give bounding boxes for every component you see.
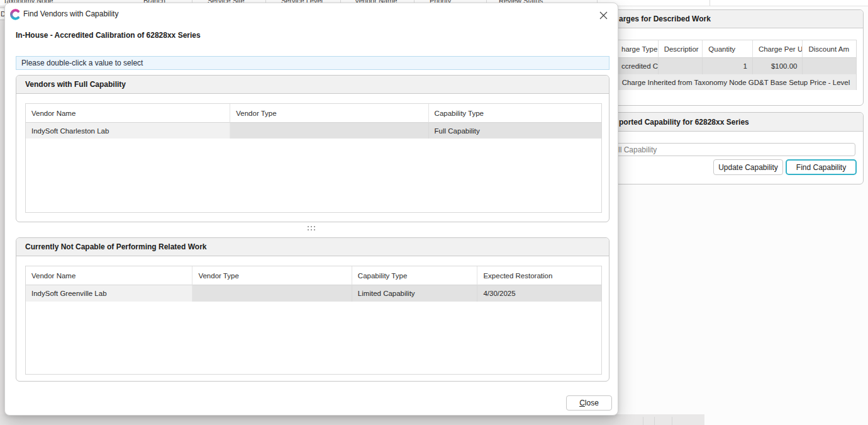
full-capability-group-header: Vendors with Full Capability: [16, 76, 609, 94]
charges-col-header[interactable]: Charge Per U: [753, 40, 803, 58]
charges-row[interactable]: ccredited Ca 1 $100.00: [616, 58, 856, 74]
charges-group-header: arges for Described Work: [606, 10, 863, 28]
capability-group-header: ported Capability for 62828xx Series: [606, 113, 863, 132]
col-header-vendor-name[interactable]: Vendor Name: [26, 266, 192, 285]
table-row[interactable]: IndySoft Greenville Lab Limited Capabili…: [26, 285, 601, 302]
not-capable-groupbox: Currently Not Capable of Performing Rela…: [16, 237, 609, 382]
quantity-cell: 1: [703, 58, 753, 74]
col-header-vendor-type[interactable]: Vendor Type: [192, 266, 352, 285]
charge-type-cell: ccredited Ca: [616, 58, 659, 74]
full-capability-table-header: Vendor Name Vendor Type Capability Type: [26, 104, 601, 123]
not-capable-table: Vendor Name Vendor Type Capability Type …: [25, 266, 602, 375]
not-capable-group-title: Currently Not Capable of Performing Rela…: [25, 242, 207, 251]
capability-type-cell: Limited Capability: [352, 285, 478, 302]
charges-col-header[interactable]: Discount Am: [803, 40, 856, 58]
table-row[interactable]: IndySoft Charleston Lab Full Capability: [26, 123, 601, 139]
vendor-name-cell: IndySoft Greenville Lab: [26, 285, 192, 302]
background-bottom-strip: [0, 414, 704, 425]
find-vendors-dialog: Find Vendors with Capability In-House - …: [4, 3, 618, 416]
charges-col-header[interactable]: harge Type: [616, 40, 659, 58]
capability-group-title: ported Capability for 62828xx Series: [619, 118, 749, 127]
close-button[interactable]: Close: [566, 395, 612, 411]
not-capable-group-header: Currently Not Capable of Performing Rela…: [16, 238, 609, 256]
find-capability-button[interactable]: Find Capability: [786, 159, 857, 175]
expected-restoration-cell: 4/30/2025: [477, 285, 601, 302]
charges-col-header[interactable]: Quantity: [703, 40, 753, 58]
screen: Taxonomy Node Branch Service Site Servic…: [0, 0, 868, 425]
col-header-capability-type[interactable]: Capability Type: [352, 266, 478, 285]
close-icon[interactable]: [594, 7, 613, 23]
col-header-capability-type[interactable]: Capability Type: [429, 104, 601, 123]
charges-group-title: arges for Described Work: [619, 14, 711, 23]
instruction-bar: Please double-click a value to select: [16, 56, 609, 70]
charges-col-header[interactable]: Descriptior: [659, 40, 703, 58]
app-logo-icon: [9, 9, 21, 20]
dialog-subtitle: In-House - Accredited Calibration of 628…: [16, 31, 201, 40]
full-capability-group-title: Vendors with Full Capability: [25, 80, 126, 89]
discount-cell: [803, 58, 856, 74]
not-capable-table-header: Vendor Name Vendor Type Capability Type …: [26, 266, 601, 285]
vendor-name-cell: IndySoft Charleston Lab: [26, 123, 230, 139]
col-header-vendor-type[interactable]: Vendor Type: [230, 104, 428, 123]
close-button-label: Close: [579, 399, 599, 407]
description-cell: [659, 58, 703, 74]
capability-type-cell: Full Capability: [429, 123, 601, 139]
update-capability-button[interactable]: Update Capability: [713, 159, 783, 175]
charges-grid-header: harge Type Descriptior Quantity Charge P…: [616, 40, 856, 58]
charge-per-unit-cell: $100.00: [753, 58, 803, 74]
capability-input[interactable]: ll Capability: [613, 143, 855, 156]
vendor-type-cell: [230, 123, 428, 139]
splitter-handle[interactable]: [308, 226, 318, 231]
charge-inherited-note: Charge Inherited from Taxonomy Node GD&T…: [616, 74, 856, 90]
vendor-type-cell: [192, 285, 352, 302]
col-header-expected-restoration[interactable]: Expected Restoration: [477, 266, 601, 285]
charges-grid: harge Type Descriptior Quantity Charge P…: [615, 40, 857, 90]
dialog-title: Find Vendors with Capability: [23, 9, 118, 18]
full-capability-groupbox: Vendors with Full Capability Vendor Name…: [16, 75, 609, 222]
full-capability-table: Vendor Name Vendor Type Capability Type …: [25, 103, 602, 213]
col-header-vendor-name[interactable]: Vendor Name: [26, 104, 230, 123]
